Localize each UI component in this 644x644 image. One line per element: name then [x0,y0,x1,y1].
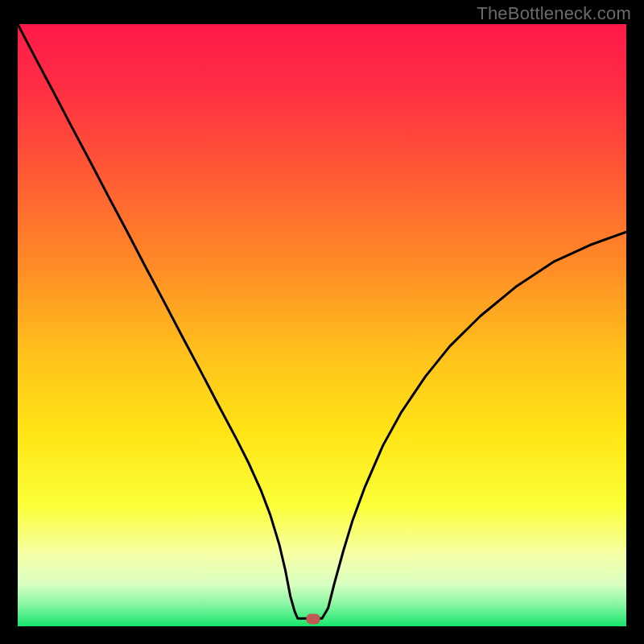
optimum-marker [306,614,320,625]
gradient-background [18,24,626,626]
watermark-text: TheBottleneck.com [477,3,631,24]
plot-svg [18,24,626,626]
chart-frame: TheBottleneck.com [0,0,644,644]
plot-area [18,24,626,626]
